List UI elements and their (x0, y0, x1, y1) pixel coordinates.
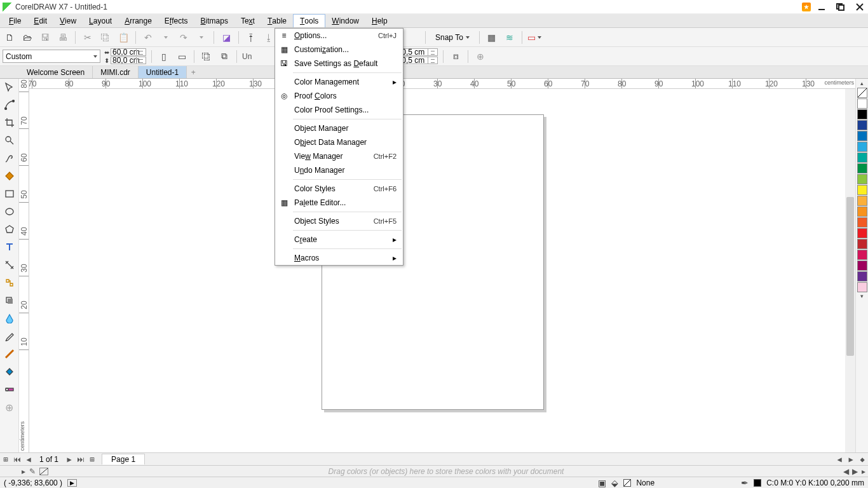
rectangle-tool[interactable] (3, 187, 17, 201)
vertical-ruler[interactable]: centimeters 8070605040302010 (19, 79, 29, 452)
canvas-area[interactable]: centimeters 7080901001101201301401501020… (19, 79, 855, 452)
print-button[interactable]: 🖶 (56, 30, 70, 44)
color-swatch[interactable] (857, 282, 867, 292)
menu-table[interactable]: Table (261, 14, 293, 27)
fill-swatch[interactable] (623, 479, 631, 487)
menu-item-palette-editor[interactable]: ▦Palette Editor... (275, 196, 403, 210)
color-swatch[interactable] (857, 239, 867, 249)
menu-item-color-management[interactable]: Color Management▸ (275, 75, 403, 89)
menu-item-color-styles[interactable]: Color StylesCtrl+F6 (275, 182, 403, 196)
color-swatch[interactable] (857, 131, 867, 141)
next-page-button[interactable]: ▶ (64, 454, 75, 464)
minimize-button[interactable] (813, 1, 830, 13)
no-color-swatch[interactable] (39, 468, 48, 475)
interactive-fill-tool[interactable] (3, 383, 17, 396)
outline-swatch[interactable] (754, 479, 761, 487)
menu-item-color-proof-settings[interactable]: Color Proof Settings... (275, 103, 403, 117)
duplicate-distance-button[interactable]: ⧈ (449, 50, 463, 64)
nudge-y-input[interactable]: 0,5 cm (400, 57, 438, 64)
menu-item-options[interactable]: ≡Options...Ctrl+J (275, 29, 403, 43)
pick-tool[interactable] (3, 80, 17, 94)
fill-tool[interactable] (3, 365, 17, 379)
polygon-tool[interactable] (3, 222, 17, 236)
drop-shadow-tool[interactable] (3, 294, 17, 308)
document-tab[interactable]: MIMI.cdr (93, 66, 139, 78)
prev-page-button[interactable]: ◀ (23, 454, 34, 464)
text-tool[interactable] (3, 240, 17, 254)
color-swatch[interactable] (857, 120, 867, 130)
color-swatch[interactable] (857, 163, 867, 173)
color-swatch[interactable] (857, 250, 867, 260)
resize-handle[interactable]: ◆ (857, 454, 868, 464)
eyedropper-tool[interactable] (3, 329, 17, 343)
all-pages-button[interactable]: ⿻ (200, 50, 214, 64)
menu-text[interactable]: Text (234, 14, 261, 27)
eyedropper-icon[interactable]: ✎ (28, 467, 37, 476)
menu-item-object-styles[interactable]: Object StylesCtrl+F5 (275, 214, 403, 228)
notification-icon[interactable]: ★ (802, 3, 811, 11)
ellipse-tool[interactable] (3, 205, 17, 219)
color-swatch[interactable] (857, 217, 867, 227)
crop-tool[interactable] (3, 116, 17, 130)
add-preset-button[interactable]: ⊕ (473, 50, 487, 64)
customize-toolbox-button[interactable]: ⊕ (3, 400, 17, 414)
palette-scroll-down[interactable]: ▾ (860, 293, 864, 299)
menu-view[interactable]: View (53, 14, 83, 27)
add-page-after-button[interactable]: ⊞ (86, 454, 98, 464)
cut-button[interactable]: ✂ (81, 30, 95, 44)
menu-edit[interactable]: Edit (27, 14, 53, 27)
menu-bitmaps[interactable]: Bitmaps (194, 14, 234, 27)
menu-item-object-manager[interactable]: Object Manager (275, 121, 403, 135)
add-page-button[interactable]: ⊞ (0, 454, 11, 464)
nudge-x-input[interactable]: 0,5 cm (400, 48, 438, 56)
open-button[interactable]: 🗁 (20, 30, 34, 44)
page-preset-combo[interactable]: Custom (3, 50, 100, 63)
color-swatch[interactable] (857, 142, 867, 152)
palette-menu[interactable]: ▸ (859, 467, 868, 476)
proof-icon[interactable]: ▣ (598, 478, 606, 488)
menu-tools[interactable]: Tools (293, 14, 325, 27)
current-page-button[interactable]: ⧉ (217, 50, 231, 64)
page-height-input[interactable]: 80,0 cm (111, 57, 146, 64)
menu-layout[interactable]: Layout (83, 14, 118, 27)
document-palette[interactable]: ▸ ✎ Drag colors (or objects) here to sto… (0, 465, 868, 477)
freehand-tool[interactable] (3, 151, 17, 165)
transparency-tool[interactable] (3, 311, 17, 325)
color-swatch[interactable] (857, 261, 867, 271)
vertical-scrollbar[interactable] (845, 89, 855, 452)
export-button[interactable]: ⭳ (262, 30, 276, 44)
menu-item-create[interactable]: Create▸ (275, 233, 403, 247)
menu-file[interactable]: File (3, 14, 27, 27)
paste-button[interactable]: 📋 (116, 30, 130, 44)
menu-item-object-data-manager[interactable]: Object Data Manager (275, 135, 403, 149)
hscroll-left[interactable]: ◀ (834, 454, 845, 464)
color-swatch[interactable] (857, 271, 867, 281)
undo-button[interactable]: ↶ (141, 30, 155, 44)
portrait-button[interactable]: ▯ (157, 50, 171, 64)
menu-item-view-manager[interactable]: View ManagerCtrl+F2 (275, 149, 403, 163)
menu-effects[interactable]: Effects (158, 14, 194, 27)
layout-button[interactable]: ▭ (527, 30, 541, 44)
snap-to-dropdown[interactable]: Snap To (431, 31, 474, 44)
menu-item-macros[interactable]: Macros▸ (275, 251, 403, 265)
color-swatch[interactable] (857, 174, 867, 184)
new-button[interactable]: 🗋 (3, 30, 17, 44)
menu-window[interactable]: Window (325, 14, 365, 27)
color-swatch[interactable] (857, 207, 867, 217)
menu-item-undo-manager[interactable]: Undo Manager (275, 163, 403, 177)
first-page-button[interactable]: ⏮ (11, 454, 23, 464)
menu-item-save-settings-as-default[interactable]: 🖫Save Settings as Default (275, 57, 403, 71)
redo-dropdown[interactable] (194, 30, 208, 44)
color-swatch[interactable] (857, 109, 867, 119)
play-icon[interactable]: ▶ (67, 479, 77, 487)
menu-arrange[interactable]: Arrange (118, 14, 158, 27)
import-button[interactable]: ⭱ (244, 30, 258, 44)
color-swatch[interactable] (857, 196, 867, 206)
scrollbar-thumb[interactable] (846, 197, 854, 356)
save-button[interactable]: 🖫 (38, 30, 52, 44)
landscape-button[interactable]: ▭ (175, 50, 189, 64)
last-page-button[interactable]: ⏭ (75, 454, 86, 464)
page-width-input[interactable]: 60,0 cm (111, 48, 146, 56)
outline-tool[interactable] (3, 347, 17, 361)
color-swatch[interactable] (857, 185, 867, 195)
